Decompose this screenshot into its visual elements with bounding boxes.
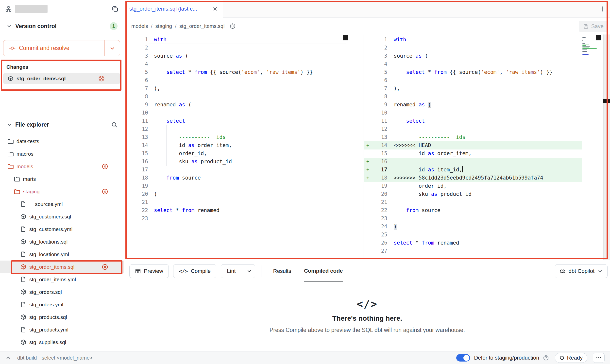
tab-stg-order-items[interactable]: stg_order_items.sql (last c... — [124, 0, 223, 18]
code-line[interactable]: 23 — [124, 215, 363, 223]
code-line[interactable]: +17 id as item_id, — [364, 166, 582, 174]
tree-item-models[interactable]: models — [0, 160, 124, 173]
compile-button[interactable]: </> Compile — [173, 264, 216, 278]
code-line[interactable]: 6 — [364, 76, 582, 84]
code-line[interactable]: 10 — [364, 109, 582, 117]
commit-options-button[interactable] — [104, 40, 120, 56]
status-ready-button[interactable]: Ready — [555, 353, 587, 363]
tree-item-macros[interactable]: macros — [0, 148, 124, 160]
code-line[interactable]: 5 select * from {{ source('ecom', 'raw_i… — [364, 68, 582, 76]
code-line[interactable]: 22 from source — [364, 206, 582, 215]
tree-item-stg-locations-sql[interactable]: stg_locations.sql — [0, 235, 124, 248]
code-line[interactable]: 2 — [124, 44, 363, 52]
tab-results[interactable]: Results — [273, 260, 291, 282]
code-line[interactable]: 6 — [124, 76, 363, 84]
search-icon[interactable] — [111, 121, 118, 128]
editor-scrollbar-track[interactable] — [603, 34, 610, 260]
save-button[interactable]: Save — [579, 21, 608, 32]
left-pane-scroll-thumb[interactable] — [343, 35, 348, 40]
code-line[interactable]: 4 — [124, 60, 363, 68]
code-line[interactable]: 16 sku as product_id — [124, 158, 363, 166]
code-line[interactable]: 8 — [364, 93, 582, 101]
code-line[interactable]: 15 order_id, — [124, 149, 363, 158]
tree-item-stg-order-items-yml[interactable]: stg_order_items.yml — [0, 273, 124, 286]
code-line[interactable]: 17 — [124, 166, 363, 174]
code-line[interactable]: 13 ---------- ids — [124, 133, 363, 141]
tree-item-stg-supplies-sql[interactable]: stg_supplies.sql — [0, 336, 124, 348]
commit-and-resolve-button[interactable]: Commit and resolve — [3, 40, 104, 56]
tree-item-stg-products-sql[interactable]: stg_products.sql — [0, 311, 124, 323]
editor-scrollbar-thumb[interactable] — [603, 99, 610, 103]
tab-compiled-code[interactable]: Compiled code — [304, 260, 343, 282]
code-line[interactable]: 20) — [124, 190, 363, 198]
code-line[interactable]: 24) — [364, 223, 582, 231]
tree-item-stg-order-items-sql[interactable]: stg_order_items.sql — [0, 261, 124, 273]
code-line[interactable]: +18>>>>>>> 58c1dd23d5eebd9cd2495fa7124ab… — [364, 174, 582, 182]
editor-pane-left[interactable]: 1with23source as (45 select * from {{ so… — [124, 34, 363, 260]
lint-options-button[interactable] — [244, 265, 255, 278]
dbt-copilot-button[interactable]: dbt Copilot — [555, 264, 608, 278]
code-line[interactable]: 5 select * from {{ source('ecom', 'raw_i… — [124, 68, 363, 76]
command-input[interactable]: dbt build --select <model_name> — [17, 355, 93, 361]
code-line[interactable]: 20 sku as product_id — [364, 190, 582, 198]
code-line[interactable]: 11 select — [364, 117, 582, 125]
code-line[interactable]: 2 — [364, 44, 582, 52]
breadcrumb-segment[interactable]: models — [131, 23, 148, 29]
breadcrumb-segment[interactable]: stg_order_items.sql — [179, 23, 224, 29]
breadcrumb-segment[interactable]: staging — [155, 23, 172, 29]
code-line[interactable]: 15 id as order_item, — [364, 149, 582, 158]
tree-item-stg-products-yml[interactable]: stg_products.yml — [0, 323, 124, 336]
minimap[interactable] — [582, 36, 598, 56]
tree-item-marts[interactable]: marts — [0, 173, 124, 185]
tree-item-stg-customers-sql[interactable]: stg_customers.sql — [0, 210, 124, 223]
code-line[interactable]: 7), — [124, 84, 363, 93]
tree-item-stg-orders-yml[interactable]: stg_orders.yml — [0, 298, 124, 311]
version-control-header[interactable]: Version control 1 — [0, 19, 124, 33]
code-line[interactable]: +16======= — [364, 158, 582, 166]
code-line[interactable]: 9renamed as ( — [124, 101, 363, 109]
expand-command-bar-icon[interactable] — [5, 355, 11, 361]
tree-item-stg-customers-yml[interactable]: stg_customers.yml — [0, 223, 124, 235]
code-line[interactable]: 10 — [124, 109, 363, 117]
close-tab-icon[interactable] — [212, 6, 218, 12]
code-line[interactable]: 11 select — [124, 117, 363, 125]
tree-item-stg-locations-yml[interactable]: stg_locations.yml — [0, 248, 124, 261]
code-line[interactable]: 14 id as order_item, — [124, 141, 363, 149]
lint-button[interactable]: Lint — [221, 265, 240, 278]
code-line[interactable]: 3source as ( — [124, 52, 363, 60]
code-line[interactable]: 12 — [124, 125, 363, 133]
code-line[interactable]: 13 ---------- ids — [364, 133, 582, 141]
file-explorer-header[interactable]: File explorer — [0, 118, 124, 132]
code-line[interactable]: 19 — [124, 182, 363, 190]
code-line[interactable]: 12 — [364, 125, 582, 133]
code-line[interactable]: 18 from source — [124, 174, 363, 182]
changed-file-item[interactable]: stg_order_items.sql — [3, 73, 120, 84]
copy-icon[interactable] — [112, 5, 119, 12]
code-line[interactable]: 21 — [124, 198, 363, 206]
code-line[interactable]: 21 — [364, 198, 582, 206]
file-status-icon[interactable] — [229, 23, 236, 29]
code-line[interactable]: 8 — [124, 93, 363, 101]
code-line[interactable]: 27 — [364, 247, 582, 255]
code-line[interactable]: 1with — [364, 36, 582, 44]
code-line[interactable]: 7), — [364, 84, 582, 93]
code-line[interactable]: 19 order_id, — [364, 182, 582, 190]
new-tab-icon[interactable] — [599, 6, 606, 12]
more-options-button[interactable] — [593, 353, 605, 363]
tree-item--sources-yml[interactable]: __sources.yml — [0, 198, 124, 210]
code-line[interactable]: 9renamed as ( — [364, 101, 582, 109]
code-line[interactable]: 22select * from renamed — [124, 206, 363, 215]
tree-item-stg-orders-sql[interactable]: stg_orders.sql — [0, 286, 124, 298]
code-line[interactable]: 26select * from renamed — [364, 239, 582, 247]
code-line[interactable]: +14<<<<<<< HEAD — [364, 141, 582, 149]
code-line[interactable]: 1with — [124, 36, 363, 44]
tree-item-data-tests[interactable]: data-tests — [0, 135, 124, 148]
preview-button[interactable]: Preview — [129, 264, 169, 278]
code-line[interactable]: 4 — [364, 60, 582, 68]
code-line[interactable]: 3source as ( — [364, 52, 582, 60]
code-line[interactable]: 23 — [364, 215, 582, 223]
tree-item-staging[interactable]: staging — [0, 185, 124, 198]
editor-pane-right[interactable]: 1with 2 3source as ( 4 5 select * from {… — [364, 34, 603, 260]
code-line[interactable]: 25 — [364, 231, 582, 239]
workspace-icon[interactable] — [5, 6, 12, 12]
